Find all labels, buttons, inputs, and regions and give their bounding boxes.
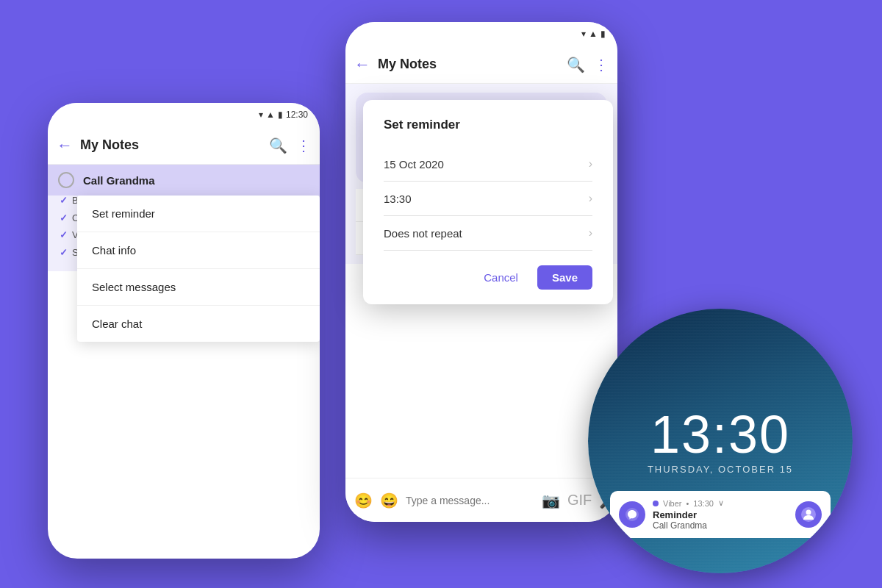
sticker-icon[interactable]: 😊: [354, 492, 373, 509]
status-icons-center: ▾ ▲ ▮: [581, 29, 606, 39]
back-icon-center[interactable]: ←: [354, 55, 370, 74]
signal-icon-c: ▲: [589, 29, 598, 39]
battery-icon-c: ▮: [600, 29, 606, 39]
notification-header: Viber • 13:30 ∨: [653, 498, 788, 508]
context-menu-left: Call Grandma Set reminder Chat info Sele…: [48, 165, 320, 342]
notification-app-time: 13:30: [693, 499, 714, 508]
signal-icon: ▲: [266, 110, 275, 120]
dialog-time-row[interactable]: 13:30 ›: [384, 182, 592, 216]
save-button[interactable]: Save: [537, 265, 592, 290]
viber-notification-icon: [619, 501, 645, 528]
dialog-date-label: 15 Oct 2020: [384, 158, 444, 171]
message-radio[interactable]: [58, 172, 74, 188]
status-icons-left: ▾ ▲ ▮ 12:30: [259, 110, 308, 120]
wifi-icon-c: ▾: [581, 29, 586, 39]
dialog-date-row[interactable]: 15 Oct 2020 ›: [384, 147, 592, 182]
phone-center-header: ← My Notes 🔍 ⋮: [345, 46, 617, 84]
phone-left-header: ← My Notes 🔍 ⋮: [48, 126, 320, 165]
menu-item-set-reminder[interactable]: Set reminder: [77, 196, 320, 232]
more-icon-center[interactable]: ⋮: [594, 56, 609, 74]
emoji-icon[interactable]: 😄: [380, 492, 398, 509]
dialog-title: Set reminder: [384, 118, 592, 132]
viber-dot: [653, 501, 659, 506]
battery-icon: ▮: [278, 110, 283, 120]
menu-item-select-messages[interactable]: Select messages: [77, 269, 320, 306]
notification-title: Reminder: [653, 509, 788, 520]
phone-left: ▾ ▲ ▮ 12:30 ← My Notes 🔍 ⋮ Forward any m…: [48, 103, 320, 559]
selected-message-text: Call Grandma: [83, 174, 155, 187]
dialog-repeat-row[interactable]: Does not repeat ›: [384, 216, 592, 251]
status-bar-center: ▾ ▲ ▮: [345, 22, 617, 46]
dialog-repeat-label: Does not repeat: [384, 227, 462, 240]
message-input-bar: 😊 😄 📷 GIF 🎤: [345, 478, 617, 522]
dialog-date-arrow: ›: [589, 157, 592, 171]
notification-content: Viber • 13:30 ∨ Reminder Call Grandma: [653, 498, 788, 531]
phone-center-title: My Notes: [378, 57, 558, 72]
back-icon-left[interactable]: ←: [57, 136, 73, 155]
search-icon-left[interactable]: 🔍: [269, 137, 287, 154]
dialog-repeat-arrow: ›: [589, 226, 592, 240]
dialog-time-arrow: ›: [589, 192, 592, 205]
notification-time: •: [686, 499, 689, 508]
set-reminder-dialog: Set reminder 15 Oct 2020 › 13:30 › Does …: [363, 100, 613, 304]
wifi-icon: ▾: [259, 110, 263, 120]
notification-avatar: [795, 501, 822, 528]
dialog-buttons: Cancel Save: [384, 265, 592, 290]
more-icon-left[interactable]: ⋮: [296, 137, 311, 154]
svg-point-2: [806, 510, 811, 515]
menu-item-chat-info[interactable]: Chat info: [77, 232, 320, 269]
watch-date: Thursday, October 15: [648, 464, 793, 475]
search-icon-center[interactable]: 🔍: [567, 56, 585, 74]
camera-icon[interactable]: 📷: [542, 492, 560, 509]
phone-left-title: My Notes: [80, 137, 260, 153]
watch-face: 13:30 Thursday, October 15 Viber • 13:30…: [588, 309, 853, 573]
cancel-button[interactable]: Cancel: [473, 265, 528, 290]
selected-message-row[interactable]: Call Grandma: [48, 165, 320, 196]
notification-app-name: Viber: [663, 499, 681, 508]
menu-items-container: Set reminder Chat info Select messages C…: [77, 196, 320, 342]
status-bar-left: ▾ ▲ ▮ 12:30: [48, 103, 320, 126]
watch-notification: Viber • 13:30 ∨ Reminder Call Grandma: [610, 491, 831, 538]
watch-background: 13:30 Thursday, October 15 Viber • 13:30…: [588, 309, 853, 573]
notification-message: Call Grandma: [653, 520, 788, 531]
expand-icon: ∨: [718, 498, 724, 508]
message-input[interactable]: [406, 495, 534, 506]
menu-item-clear-chat[interactable]: Clear chat: [77, 306, 320, 342]
time-display-left: 12:30: [286, 110, 308, 120]
watch-time: 13:30: [650, 408, 790, 461]
dialog-time-label: 13:30: [384, 193, 412, 205]
